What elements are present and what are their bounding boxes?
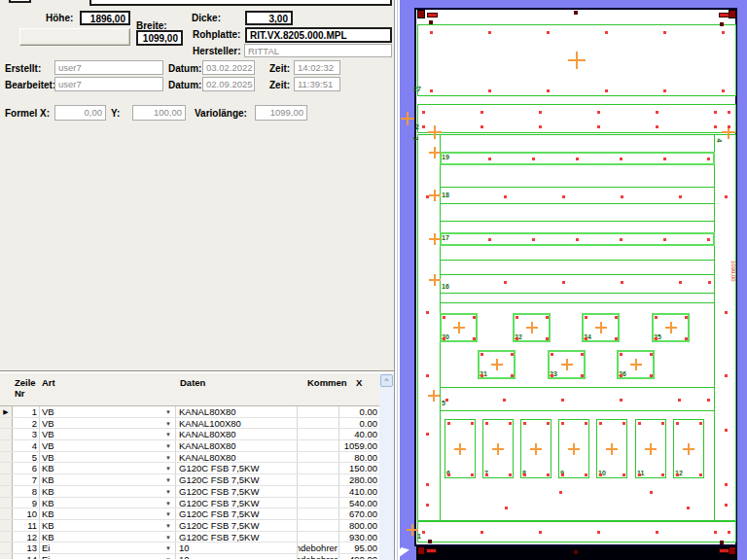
row-selector[interactable] [0,542,13,553]
top-partial-field-small[interactable] [9,0,31,3]
art-dropdown-icon[interactable]: ▼ [162,453,174,463]
row-selector[interactable] [0,429,13,439]
art-dropdown-icon[interactable]: ▼ [162,543,174,553]
bar-18[interactable] [440,187,715,204]
art-dropdown-icon[interactable]: ▼ [162,499,174,508]
drill-dot [503,399,506,402]
corner-handle[interactable] [729,10,736,18]
cell-daten: KANAL80X80 [179,406,294,417]
zone-2[interactable] [417,104,736,133]
cell-daten: KANAL80X80 [179,429,294,439]
table-row[interactable]: 11KB▼G120C FSB 7,5KW800.00 [0,520,379,532]
table-row[interactable]: 10KB▼G120C FSB 7,5KW670.00 [0,508,379,520]
corner-handle[interactable] [729,546,736,555]
drill-dot [655,316,658,319]
art-dropdown-icon[interactable]: ▼ [162,533,174,542]
drill-dot [597,111,600,114]
edge-handle[interactable] [427,13,438,18]
row-selector[interactable] [0,418,13,429]
table-row[interactable]: 2VB▼KANAL100X800.00 [0,418,379,430]
table-row[interactable]: ▶1VB▼KANAL80X800.00 [0,406,379,418]
drill-dot [480,125,483,128]
breite-input[interactable]: 1099,00 [136,30,183,46]
drill-dot [547,473,550,476]
drill-dot [551,353,553,356]
drill-dot [576,238,579,241]
cell-kommentar [298,429,338,439]
table-row[interactable]: 7KB▼G120C FSB 7,5KW280.00 [0,474,379,486]
drill-dot [620,238,622,241]
art-dropdown-icon[interactable]: ▼ [162,407,174,417]
cell-kommentar [298,440,338,451]
dimension-text: 1099,00 [730,261,736,282]
art-dropdown-icon[interactable]: ▼ [162,430,174,439]
table-row[interactable]: 5VB▼KANAL80X8080.00 [0,452,379,464]
bar-5[interactable] [440,387,715,411]
cad-view[interactable]: 2721191817165202224252123266789101112341… [400,0,747,560]
table-row[interactable]: 6KB▼G120C FSB 7,5KW150.00 [0,463,379,474]
table-row[interactable]: 4VB▼KANAL80X801059.00 [0,440,379,452]
drill-dot [509,422,512,425]
corner-handle[interactable] [417,10,425,18]
table-scrollbar[interactable]: ^ [379,373,394,560]
zone-1[interactable] [417,521,736,542]
cell-daten: G120C FSB 7,5KW [179,532,294,542]
snap-point [428,540,432,543]
edge-handle[interactable] [719,548,729,553]
drill-dot [539,125,542,128]
col-header-x: X [356,377,362,388]
edge-handle[interactable] [426,548,437,553]
row-selector[interactable] [0,532,13,542]
drill-dot [562,281,565,284]
table-row[interactable]: 8KB▼G120C FSB 7,5KW410.00 [0,486,379,498]
blank-button[interactable] [19,28,130,46]
cell-art: KB [42,474,159,485]
placement-cross-icon [535,443,537,455]
cell-daten: KANAL80X80 [179,452,294,463]
drill-dot [516,337,518,340]
cell-daten: 10 [179,554,294,559]
row-selector[interactable]: ▶ [0,406,13,417]
art-dropdown-icon[interactable]: ▼ [162,419,174,429]
art-dropdown-icon[interactable]: ▼ [162,487,174,497]
table-row[interactable]: 9KB▼G120C FSB 7,5KW540.00 [0,498,379,509]
art-dropdown-icon[interactable]: ▼ [162,475,174,485]
drill-dot [426,374,429,377]
row-selector[interactable] [0,463,13,473]
art-dropdown-icon[interactable]: ▼ [162,441,174,451]
col-header-daten: Daten [180,377,205,388]
table-row[interactable]: 13Ei▼10ndebohrer95.00 [0,542,379,554]
row-selector[interactable] [0,486,13,497]
dicke-input[interactable]: 3,00 [245,11,293,25]
drill-dot [505,507,508,509]
drill-dot [561,422,564,425]
cell-daten: G120C FSB 7,5KW [179,474,294,485]
formel-y-field: 100,00 [132,105,186,121]
scroll-up-icon[interactable]: ^ [380,374,393,387]
row-selector[interactable] [0,508,13,519]
erstellt-label: Erstellt: [5,63,41,74]
rohplatte-input[interactable]: RIT.VX.8205.000.MPL [245,27,392,43]
cell-kommentar [298,508,338,519]
row-selector[interactable] [0,520,13,531]
row-selector[interactable] [0,474,13,485]
row-selector[interactable] [0,498,13,508]
rohplatte-label: Rohplatte: [193,29,240,40]
art-dropdown-icon[interactable]: ▼ [162,464,174,473]
art-dropdown-icon[interactable]: ▼ [162,555,174,559]
art-dropdown-icon[interactable]: ▼ [162,521,174,531]
table-row[interactable]: 14Ei▼10ndebohrer490.00 [0,554,379,559]
table-row[interactable]: 12KB▼G120C FSB 7,5KW930.00 [0,532,379,543]
table-row[interactable]: 3VB▼KANAL80X8040.00 [0,429,379,440]
row-selector[interactable] [0,554,13,559]
bar-16[interactable] [440,274,715,294]
top-partial-field-wide[interactable] [89,0,392,6]
drill-dot [447,473,450,476]
drill-dot [509,473,512,476]
art-dropdown-icon[interactable]: ▼ [162,509,174,519]
row-selector[interactable] [0,452,13,463]
row-selector[interactable] [0,440,13,451]
edge-handle[interactable] [719,13,729,18]
hoehe-input[interactable]: 1896,00 [80,11,130,25]
corner-handle[interactable] [417,546,425,555]
